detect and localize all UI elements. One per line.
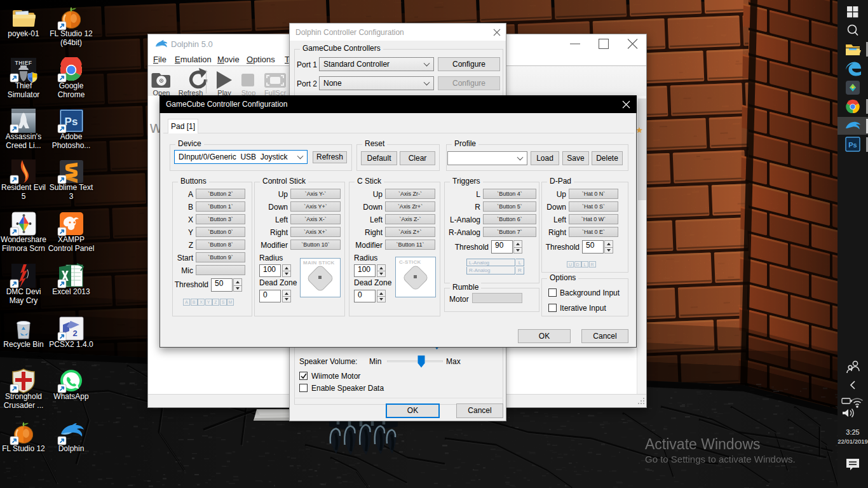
svg-text:2: 2 <box>72 329 77 338</box>
svg-text:Ps: Ps <box>65 116 78 128</box>
svg-text:Ps: Ps <box>848 141 857 149</box>
svg-text:THIEF: THIEF <box>15 60 32 66</box>
